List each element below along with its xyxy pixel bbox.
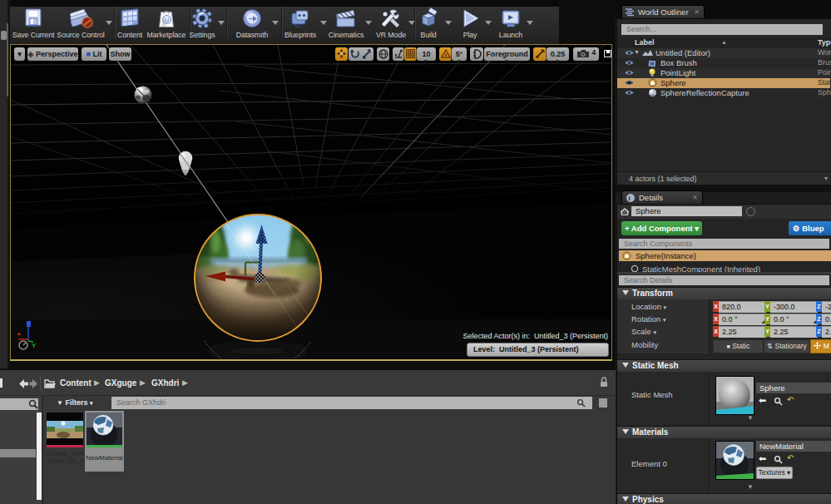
- svg-text:*: *: [17, 331, 21, 339]
- svg-text:i: i: [629, 195, 631, 202]
- svg-text:Y: Y: [32, 342, 37, 349]
